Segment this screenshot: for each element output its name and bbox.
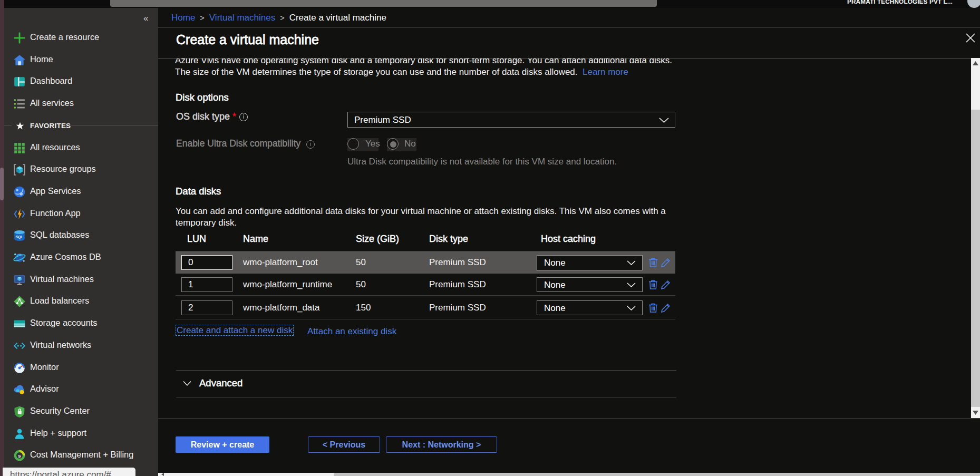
svg-text:SQL: SQL xyxy=(16,235,24,239)
svg-text:s: s xyxy=(18,453,21,459)
